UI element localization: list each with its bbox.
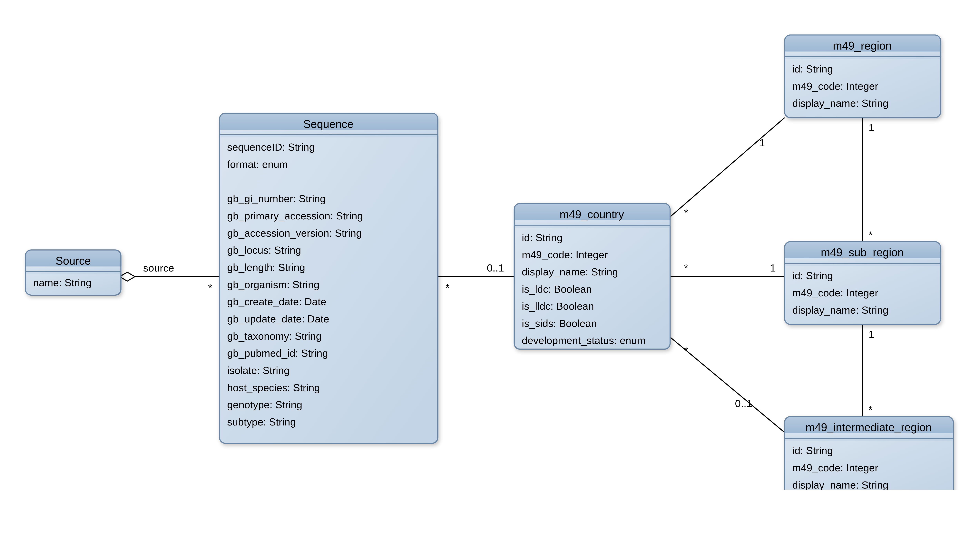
class-m49-sub-region: m49_sub_region id: String m49_code: Inte…: [784, 242, 940, 324]
svg-rect-20: [514, 220, 670, 228]
class-title: m49_country: [560, 208, 624, 221]
svg-rect-15: [220, 130, 438, 137]
attr: host_species: String: [227, 382, 320, 393]
class-title: m49_region: [833, 40, 892, 52]
attr: display_name: String: [792, 304, 888, 316]
attr: m49_code: Integer: [522, 249, 608, 260]
attr: m49_code: Integer: [792, 287, 878, 298]
assoc-country-intregion: * 0..1: [670, 337, 784, 432]
attr: gb_primary_accession: String: [227, 210, 363, 222]
svg-rect-35: [784, 433, 953, 441]
attr: gb_locus: String: [227, 244, 301, 256]
svg-line-3: [670, 118, 784, 217]
mult-star: *: [684, 345, 688, 356]
attr: display_name: String: [792, 479, 888, 490]
uml-diagram: source * * 0..1 * 1 * 1 * 0..1 1 * 1 *: [0, 0, 980, 490]
svg-rect-10: [25, 267, 121, 274]
attr: gb_taxonomy: String: [227, 330, 321, 342]
assoc-country-subregion: * 1: [670, 262, 784, 276]
assoc-source-sequence: source *: [119, 262, 220, 294]
class-title: Sequence: [303, 118, 353, 130]
mult-star: *: [869, 229, 873, 241]
assoc-region-subregion: 1 *: [862, 118, 874, 242]
attr: gb_accession_version: String: [227, 227, 362, 239]
attr: gb_gi_number: String: [227, 193, 326, 204]
attr: development_status: enum: [522, 335, 646, 346]
mult-01: 0..1: [487, 262, 504, 274]
assoc-subregion-intregion: 1 *: [862, 324, 874, 417]
svg-marker-1: [119, 272, 135, 281]
attr: genotype: String: [227, 399, 302, 410]
mult-star: *: [684, 262, 688, 274]
attr: id: String: [792, 270, 833, 281]
attr: format: enum: [227, 159, 288, 170]
class-sequence: Sequence sequenceID: String format: enum…: [220, 113, 438, 443]
mult-star: *: [869, 404, 873, 416]
attr: display_name: String: [792, 97, 888, 109]
mult-1: 1: [770, 262, 776, 274]
class-m49-intermediate-region: m49_intermediate_region id: String m49_c…: [784, 417, 953, 490]
class-m49-country: m49_country id: String m49_code: Integer…: [514, 203, 670, 349]
attr: gb_pubmed_id: String: [227, 347, 328, 359]
svg-rect-25: [784, 51, 940, 59]
mult-star: *: [208, 282, 212, 294]
attr: sequenceID: String: [227, 141, 315, 153]
attr: subtype: String: [227, 416, 296, 428]
attr: m49_code: Integer: [792, 462, 878, 473]
class-source: Source name: String: [25, 250, 121, 295]
attr: gb_organism: String: [227, 279, 320, 290]
role-source: source: [143, 262, 174, 274]
class-m49-region: m49_region id: String m49_code: Integer …: [784, 35, 940, 118]
attr: gb_update_date: Date: [227, 313, 329, 325]
attr: m49_code: Integer: [792, 80, 878, 92]
attr: id: String: [792, 445, 833, 456]
attr: is_sids: Boolean: [522, 318, 597, 329]
class-title: m49_intermediate_region: [805, 421, 932, 433]
attr: display_name: String: [522, 266, 618, 278]
attr: id: String: [522, 232, 563, 243]
mult-1: 1: [869, 122, 874, 133]
mult-01: 0..1: [735, 398, 752, 409]
svg-rect-30: [784, 258, 940, 266]
assoc-sequence-country: * 0..1: [438, 262, 514, 294]
mult-star: *: [684, 207, 688, 218]
attr: gb_create_date: Date: [227, 296, 326, 307]
attr: isolate: String: [227, 365, 290, 376]
class-title: m49_sub_region: [821, 246, 904, 259]
attr: id: String: [792, 63, 833, 75]
assoc-country-region: * 1: [670, 118, 784, 218]
mult-star: *: [445, 282, 449, 294]
mult-1: 1: [869, 328, 874, 340]
attr: is_ldc: Boolean: [522, 283, 592, 295]
attr: gb_length: String: [227, 262, 305, 273]
class-title: Source: [56, 255, 91, 267]
attr: name: String: [33, 277, 92, 288]
attr: is_lldc: Boolean: [522, 300, 594, 312]
mult-1: 1: [759, 137, 765, 148]
